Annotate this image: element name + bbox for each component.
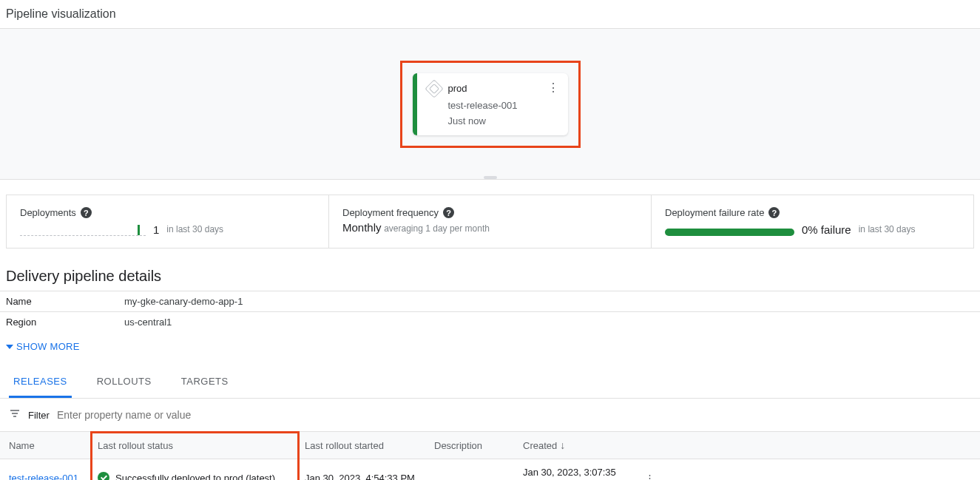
filter-input[interactable]: [57, 405, 971, 425]
highlight-target-prod: prod ⋮ test-release-001 Just now: [400, 61, 581, 148]
frequency-main: Monthly: [342, 221, 382, 234]
deployments-sparkline: [20, 223, 146, 236]
deployments-suffix: in last 30 days: [166, 224, 223, 234]
col-name[interactable]: Name: [0, 432, 89, 459]
help-icon[interactable]: ?: [81, 207, 92, 218]
target-time: Just now: [448, 115, 558, 126]
release-link[interactable]: test-release-001: [9, 473, 78, 481]
stat-deployments-label: Deployments: [20, 207, 76, 218]
sort-desc-icon: ↓: [560, 439, 565, 451]
rollout-created: Jan 30, 2023, 3:07:35 PM: [514, 459, 636, 481]
col-created[interactable]: Created↓: [514, 432, 636, 459]
rollout-status-text: Successfully deployed to prod (latest): [115, 473, 275, 481]
target-name: prod: [448, 83, 467, 94]
help-icon[interactable]: ?: [443, 207, 454, 218]
stat-frequency-label: Deployment frequency: [342, 207, 439, 218]
tab-rollouts[interactable]: ROLLOUTS: [92, 367, 156, 398]
kv-region-label: Region: [6, 317, 124, 328]
pipeline-viz-canvas: prod ⋮ test-release-001 Just now: [0, 28, 980, 180]
filter-label: Filter: [28, 410, 50, 421]
row-more-button[interactable]: ⋮: [636, 459, 666, 481]
stat-failure: Deployment failure rate ? 0% failure in …: [652, 195, 973, 248]
tabs: RELEASES ROLLOUTS TARGETS: [0, 367, 980, 399]
gke-icon: [425, 79, 443, 98]
kv-name: Name my-gke-canary-demo-app-1: [0, 291, 980, 311]
failure-suffix: in last 30 days: [859, 224, 916, 234]
frequency-suffix: averaging 1 day per month: [384, 223, 490, 234]
target-more-button[interactable]: ⋮: [546, 81, 561, 95]
table-row[interactable]: test-release-001 Successfully deployed t…: [0, 459, 980, 481]
delivery-pipeline-details-title: Delivery pipeline details: [0, 249, 980, 291]
kv-region-value: us-central1: [124, 317, 172, 328]
col-status[interactable]: Last rollout status: [89, 432, 296, 459]
resize-handle[interactable]: [484, 176, 497, 179]
target-card-prod[interactable]: prod ⋮ test-release-001 Just now: [413, 73, 568, 135]
kv-name-label: Name: [6, 296, 124, 307]
rollout-description: [425, 459, 514, 481]
failure-pct: 0% failure: [802, 223, 851, 236]
deployments-count: 1: [153, 223, 159, 236]
help-icon[interactable]: ?: [768, 207, 780, 218]
kv-region: Region us-central1: [0, 311, 980, 332]
rollout-started: Jan 30, 2023, 4:54:33 PM: [296, 459, 425, 481]
col-description[interactable]: Description: [425, 432, 514, 459]
show-more-label: SHOW MORE: [16, 341, 80, 352]
releases-table: Name Last rollout status Last rollout st…: [0, 431, 980, 480]
stat-frequency: Deployment frequency ? Monthly averaging…: [329, 195, 652, 248]
show-more-button[interactable]: SHOW MORE: [0, 332, 980, 361]
failure-bar: [665, 229, 794, 236]
pipeline-viz-title: Pipeline visualization: [0, 0, 980, 28]
chevron-down-icon: [6, 345, 13, 349]
success-icon: [98, 472, 109, 480]
stats-row: Deployments ? 1 in last 30 days Deployme…: [6, 195, 974, 249]
tab-releases[interactable]: RELEASES: [9, 367, 72, 398]
stat-failure-label: Deployment failure rate: [665, 207, 764, 218]
tab-targets[interactable]: TARGETS: [177, 367, 233, 398]
stat-deployments: Deployments ? 1 in last 30 days: [7, 195, 329, 248]
kv-name-value: my-gke-canary-demo-app-1: [124, 296, 243, 307]
target-release-name: test-release-001: [448, 100, 558, 111]
filter-icon[interactable]: [9, 408, 21, 422]
filter-bar: Filter: [0, 399, 980, 431]
col-started[interactable]: Last rollout started: [296, 432, 425, 459]
